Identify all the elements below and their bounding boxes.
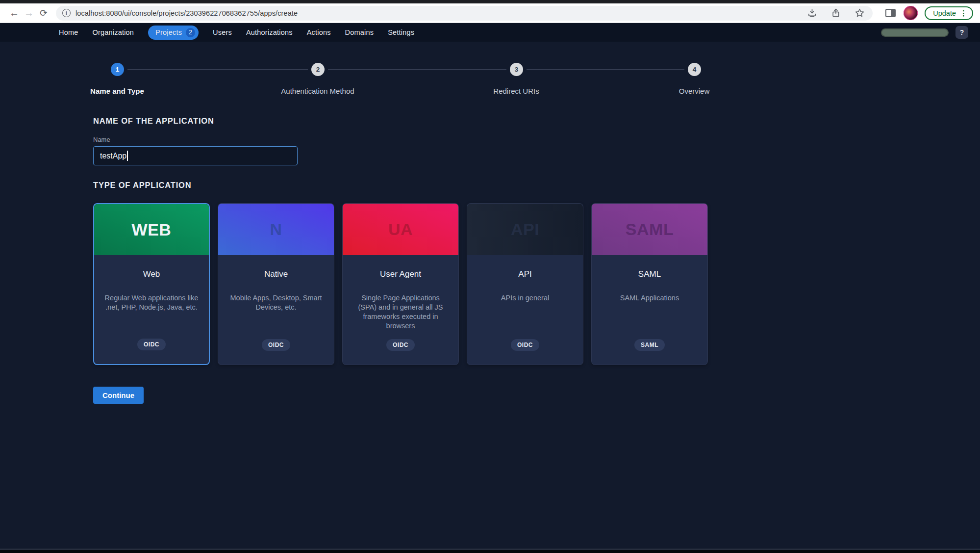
type-section-title: TYPE OF APPLICATION — [93, 181, 980, 190]
app-type-card-user-agent[interactable]: UA User Agent Single Page Applications (… — [342, 203, 459, 365]
step-1-label: Name and Type — [90, 87, 144, 95]
card-abbr-saml: SAML — [626, 220, 674, 239]
card-header-user-agent: UA — [343, 204, 458, 255]
side-panel-icon[interactable] — [885, 9, 896, 17]
protocol-badge: OIDC — [511, 339, 539, 351]
reload-icon[interactable]: ⟳ — [36, 7, 51, 19]
nav-item-settings[interactable]: Settings — [388, 28, 414, 36]
nav-item-actions[interactable]: Actions — [307, 28, 331, 36]
name-input-value: testApp — [100, 152, 126, 160]
step-3-circle[interactable]: 3 — [510, 63, 523, 76]
card-abbr-web: WEB — [132, 220, 172, 239]
app-nav: Home Organization Projects 2 Users Autho… — [0, 23, 980, 42]
card-header-api: API — [467, 204, 583, 255]
stepper: 1 2 3 4 Name and Type Authentication Met… — [93, 63, 709, 94]
app-type-card-native[interactable]: N Native Mobile Apps, Desktop, Smart Dev… — [218, 203, 334, 365]
continue-button[interactable]: Continue — [93, 387, 144, 404]
avatar[interactable] — [904, 6, 918, 20]
card-title: API — [476, 269, 574, 279]
step-2-circle[interactable]: 2 — [311, 63, 325, 76]
text-caret — [127, 151, 128, 161]
tab-strip — [0, 0, 980, 3]
protocol-badge: OIDC — [262, 339, 290, 351]
step-connector — [127, 69, 308, 70]
card-header-web: WEB — [94, 204, 209, 255]
card-title: Web — [103, 269, 200, 279]
nav-item-projects-label: Projects — [155, 28, 182, 36]
step-connector — [328, 69, 506, 70]
url-text[interactable]: localhost:8080/ui/console/projects/23039… — [75, 9, 298, 17]
step-2-label: Authentication Method — [281, 87, 354, 95]
nav-item-authorizations[interactable]: Authorizations — [246, 28, 293, 36]
nav-item-home[interactable]: Home — [59, 28, 78, 36]
card-title: User Agent — [352, 269, 450, 279]
nav-item-organization[interactable]: Organization — [92, 28, 134, 36]
card-abbr-api: API — [511, 220, 539, 239]
more-options-icon[interactable]: ⋮ — [960, 9, 967, 18]
step-connector — [527, 69, 684, 70]
step-3-label: Redirect URIs — [493, 87, 539, 95]
browser-toolbar: ← → ⟳ i localhost:8080/ui/console/projec… — [0, 3, 980, 23]
download-icon[interactable] — [807, 8, 817, 18]
protocol-badge: OIDC — [386, 339, 415, 351]
card-description: SAML Applications — [601, 293, 699, 303]
footer-strip — [0, 549, 980, 553]
bookmark-star-icon[interactable] — [854, 8, 865, 18]
protocol-badge: OIDC — [137, 339, 166, 350]
url-bar[interactable]: i localhost:8080/ui/console/projects/230… — [56, 6, 873, 21]
app-type-card-api[interactable]: API API APIs in general OIDC — [467, 203, 583, 365]
back-icon[interactable]: ← — [7, 7, 22, 19]
card-abbr-native: N — [270, 220, 282, 239]
create-app-page: 1 2 3 4 Name and Type Authentication Met… — [0, 63, 980, 404]
site-info-icon[interactable]: i — [62, 9, 71, 17]
name-field-label: Name — [93, 136, 980, 143]
projects-count-badge: 2 — [186, 28, 195, 37]
card-description: APIs in general — [476, 293, 574, 303]
step-4-label: Overview — [679, 87, 710, 95]
app-type-card-web[interactable]: WEB Web Regular Web applications like .n… — [93, 203, 210, 365]
step-1-circle[interactable]: 1 — [111, 63, 124, 76]
card-title: Native — [227, 269, 325, 279]
name-input[interactable]: testApp — [93, 146, 298, 165]
protocol-badge: SAML — [634, 339, 665, 351]
share-icon[interactable] — [831, 8, 841, 18]
card-description: Mobile Apps, Desktop, Smart Devices, etc… — [227, 293, 325, 312]
card-description: Regular Web applications like .net, PHP,… — [103, 293, 200, 312]
nav-item-projects[interactable]: Projects 2 — [148, 26, 199, 40]
card-header-native: N — [218, 204, 334, 255]
help-button[interactable]: ? — [955, 26, 968, 39]
forward-icon[interactable]: → — [22, 7, 36, 19]
card-description: Single Page Applications (SPA) and in ge… — [352, 293, 450, 331]
nav-item-users[interactable]: Users — [213, 28, 232, 36]
card-abbr-user-agent: UA — [388, 220, 413, 239]
card-title: SAML — [601, 269, 699, 279]
update-label: Update — [933, 9, 956, 17]
nav-item-domains[interactable]: Domains — [345, 28, 374, 36]
update-button[interactable]: Update ⋮ — [925, 6, 973, 20]
app-type-card-saml[interactable]: SAML SAML SAML Applications SAML — [591, 203, 708, 365]
step-4-circle[interactable]: 4 — [688, 63, 701, 76]
card-header-saml: SAML — [592, 204, 707, 255]
name-section-title: NAME OF THE APPLICATION — [93, 116, 980, 126]
org-context-skeleton[interactable] — [882, 29, 948, 36]
app-type-cards: WEB Web Regular Web applications like .n… — [93, 203, 709, 365]
